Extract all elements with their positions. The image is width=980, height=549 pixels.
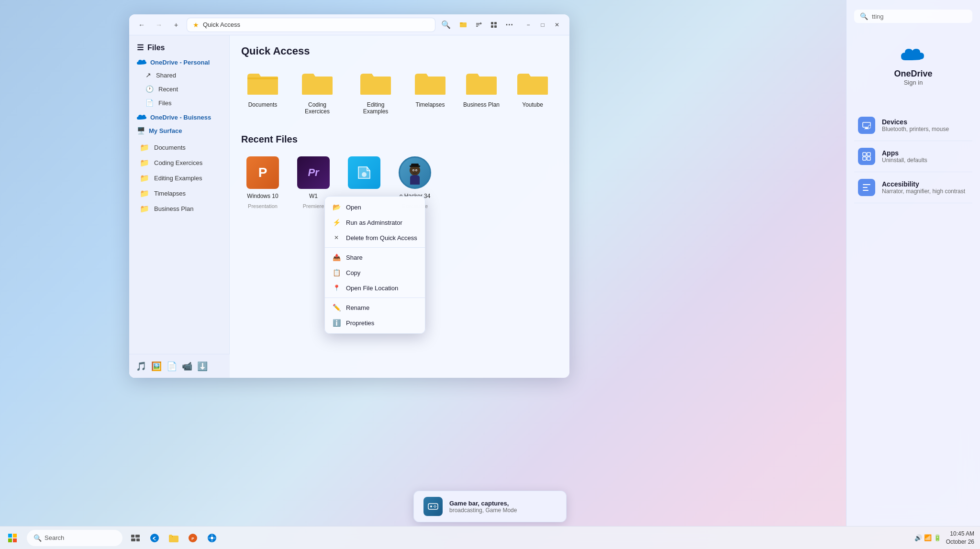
taskbar-app4[interactable]: P [185, 530, 201, 546]
download-icon[interactable]: ⬇️ [197, 361, 208, 372]
star-icon: ★ [193, 21, 199, 29]
ctx-open-location[interactable]: 📍 Open File Location [325, 280, 425, 296]
sidebar-header: ☰ Files [129, 40, 229, 55]
folder-icon-coding: 📁 [140, 158, 149, 167]
folder-timelapses-name: Timelapses [416, 101, 445, 108]
sidebar-recent[interactable]: 🕐 Recent [132, 82, 226, 96]
close-button[interactable]: ✕ [550, 18, 564, 32]
ctx-copy[interactable]: 📋 Copy [325, 265, 425, 280]
folder-icon-documents: 📁 [140, 143, 149, 152]
image-icon[interactable]: 🖼️ [151, 361, 162, 372]
video-icon[interactable]: 📹 [182, 361, 192, 372]
view-button[interactable] [487, 18, 501, 32]
game-bar-subtitle: broadcasting, Game Mode [449, 507, 517, 514]
file-windows10[interactable]: P Windows 10 Presentation [241, 153, 284, 213]
svg-point-8 [150, 534, 159, 542]
game-bar-text: Game bar, captures, broadcasting, Game M… [449, 500, 517, 514]
game-bar-title: Game bar, captures, [449, 500, 517, 507]
taskbar-file-explorer[interactable] [166, 530, 182, 546]
folder-icon-editing: 📁 [140, 174, 149, 183]
sidebar-coding[interactable]: 📁 Coding Exercices [132, 155, 226, 170]
address-text: Quick Access [203, 21, 240, 28]
svg-point-45 [413, 170, 414, 171]
start-button[interactable] [4, 529, 21, 547]
folder-youtube[interactable]: Youtube [511, 65, 554, 119]
file-windows10-name: Windows 10 [247, 193, 278, 199]
ctx-open[interactable]: 📂 Open [325, 199, 425, 215]
taskbar-datetime[interactable]: 10:45 AM October 26 [946, 530, 974, 546]
folder-coding-name: Coding Exercices [296, 101, 339, 115]
hamburger-icon[interactable]: ☰ [137, 43, 144, 52]
apps-subtitle: Uninstall, defaults [882, 157, 927, 164]
folder-youtube-icon [515, 69, 550, 98]
taskbar-task-view[interactable] [127, 530, 144, 546]
taskbar-date: October 26 [946, 538, 974, 546]
folder-editing[interactable]: Editing Examples [350, 65, 401, 119]
svg-rect-36 [494, 25, 497, 28]
system-tray-icons[interactable]: 🔊 📶 🔋 [914, 534, 941, 541]
ctx-delete-quick[interactable]: ✕ Delete from Quick Access [325, 230, 425, 245]
game-bar-notification[interactable]: Game bar, captures, broadcasting, Game M… [413, 491, 567, 522]
settings-search[interactable]: 🔍 tting [854, 10, 972, 23]
editing-label: Editing Examples [154, 175, 202, 182]
sidebar-shared[interactable]: ↗ Shared [132, 68, 226, 82]
sort-button[interactable] [472, 18, 485, 32]
window-controls: − □ ✕ [522, 18, 564, 32]
svg-point-49 [434, 505, 435, 506]
sidebar-business-plan[interactable]: 📁 Business Plan [132, 201, 226, 216]
svg-rect-1 [13, 534, 17, 538]
taskbar-start[interactable] [0, 529, 25, 547]
svg-rect-33 [491, 22, 493, 24]
folder-business-name: Business Plan [463, 101, 500, 108]
settings-devices-item[interactable]: Devices Bluetooth, printers, mouse [854, 110, 972, 141]
settings-apps-item[interactable]: Apps Uninstall, defaults [854, 141, 972, 172]
sidebar-timelapses[interactable]: 📁 Timelapses [132, 186, 226, 201]
ctx-run-admin[interactable]: ⚡ Run as Adminstrator [325, 215, 425, 230]
address-bar[interactable]: ★ Quick Access [187, 18, 435, 32]
ctx-properties[interactable]: ℹ️ Propreties [325, 315, 425, 330]
folder-timelapses-icon [413, 69, 447, 98]
file-premiere-type: Premiere [303, 203, 324, 209]
sidebar-documents[interactable]: 📁 Documents [132, 140, 226, 155]
ctx-copy-label: Copy [346, 269, 360, 276]
folder-documents[interactable]: Documents [241, 65, 284, 119]
devices-subtitle: Bluetooth, printers, mouse [882, 126, 949, 132]
folder-timelapses[interactable]: Timelapses [409, 65, 452, 119]
sidebar-files[interactable]: 📄 Files [132, 96, 226, 110]
taskbar-settings[interactable] [204, 530, 220, 546]
minimize-button[interactable]: − [522, 18, 535, 32]
file-windows10-type: Presentation [248, 203, 278, 209]
onedrive-section[interactable]: OneDrive Sign in [854, 34, 972, 96]
more-options-button[interactable]: ⋯ [502, 18, 516, 32]
taskbar-search-box[interactable]: 🔍 Search [27, 530, 122, 546]
back-button[interactable]: ← [135, 18, 148, 32]
sidebar-onedrive-business[interactable]: OneDrive - Buisness [129, 110, 229, 123]
new-tab-button[interactable]: + [169, 18, 183, 32]
music-icon[interactable]: 🎵 [136, 361, 146, 372]
svg-rect-42 [411, 164, 419, 166]
document-icon[interactable]: 📄 [167, 361, 177, 372]
forward-button[interactable]: → [152, 18, 166, 32]
search-button[interactable]: 🔍 [439, 18, 453, 32]
sidebar-onedrive-personal[interactable]: OneDrive - Personal [129, 55, 229, 68]
svg-rect-5 [135, 535, 140, 538]
sidebar-editing[interactable]: 📁 Editing Examples [132, 171, 226, 186]
context-menu: 📂 Open ⚡ Run as Adminstrator ✕ Delete fr… [324, 196, 425, 334]
sidebar-my-surface[interactable]: 🖥️ My Surface [129, 123, 229, 136]
ctx-share[interactable]: 📤 Share [325, 250, 425, 265]
folder-business[interactable]: Business Plan [459, 65, 503, 119]
premiere-icon: Pr [297, 156, 330, 189]
maximize-button[interactable]: □ [536, 18, 549, 32]
ctx-copy-icon: 📋 [333, 269, 340, 276]
settings-accessibility-item[interactable]: Accesibility Narrator, magnifier, high c… [854, 172, 972, 203]
taskbar-edge[interactable] [146, 530, 163, 546]
svg-rect-3 [13, 538, 17, 542]
new-folder-button[interactable] [457, 18, 470, 32]
taskbar-pinned-icons: P [127, 530, 220, 546]
svg-rect-29 [460, 22, 463, 23]
svg-rect-24 [867, 157, 870, 160]
game-bar-icon [423, 497, 443, 516]
ctx-rename[interactable]: ✏️ Rename [325, 300, 425, 315]
my-surface-label: My Surface [149, 127, 182, 134]
folder-coding[interactable]: Coding Exercices [292, 65, 343, 119]
